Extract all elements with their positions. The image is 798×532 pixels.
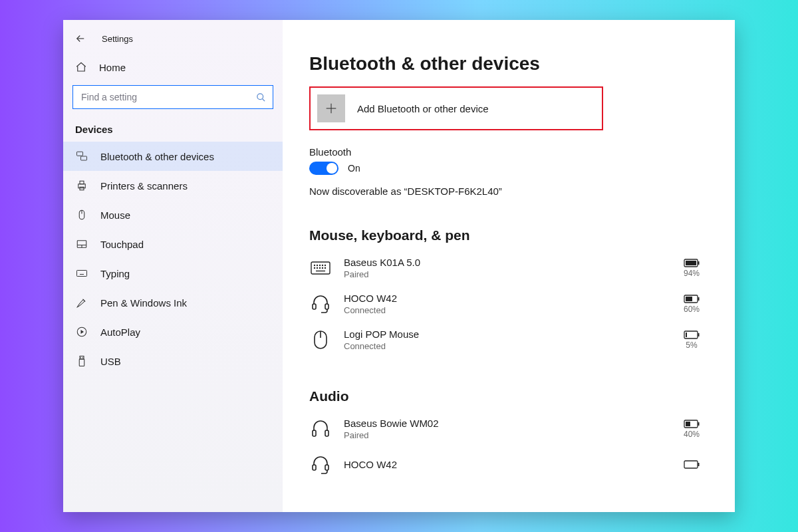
add-device-label: Add Bluetooth or other device	[357, 103, 489, 114]
battery-percent: 60%	[684, 305, 700, 314]
home-icon	[75, 61, 87, 73]
svg-rect-53	[698, 422, 700, 426]
nav-bluetooth[interactable]: Bluetooth & other devices	[63, 142, 283, 171]
device-info: Baseus Bowie WM02 Paired	[344, 418, 663, 440]
nav-printers[interactable]: Printers & scanners	[63, 171, 283, 200]
device-info: Logi POP Mouse Connected	[344, 329, 663, 351]
discoverable-text: Now discoverable as “DESKTOP-F6K2L40”	[309, 186, 708, 197]
mouse-device-icon	[309, 329, 332, 351]
search-container	[72, 85, 273, 109]
battery-icon	[684, 460, 700, 469]
svg-point-34	[323, 268, 323, 269]
svg-point-32	[317, 268, 318, 269]
svg-point-31	[315, 268, 315, 269]
toggle-knob	[327, 163, 337, 174]
nav-label: Touchpad	[100, 239, 144, 250]
printer-icon	[75, 179, 88, 192]
svg-marker-18	[81, 330, 84, 334]
device-info: HOCO W42 Connected	[344, 293, 663, 315]
svg-rect-56	[325, 465, 329, 470]
window-title: Settings	[102, 34, 133, 44]
nav-label: Typing	[100, 268, 130, 279]
bluetooth-toggle-row: On	[309, 162, 708, 175]
battery-indicator: 60%	[675, 295, 708, 314]
add-device-button[interactable]: Add Bluetooth or other device	[309, 86, 603, 130]
headset-device-icon	[309, 293, 332, 315]
nav-mouse[interactable]: Mouse	[63, 200, 283, 229]
device-status: Paired	[344, 430, 663, 440]
back-button[interactable]	[72, 31, 88, 47]
device-row[interactable]: HOCO W42	[309, 447, 708, 483]
pen-icon	[75, 296, 88, 309]
usb-icon	[75, 354, 88, 368]
device-row[interactable]: Baseus Bowie WM02 Paired 40%	[309, 411, 708, 447]
svg-rect-11	[77, 271, 87, 277]
device-name: Baseus K01A 5.0	[344, 257, 663, 268]
device-name: HOCO W42	[344, 293, 663, 304]
battery-icon	[684, 420, 700, 428]
device-row[interactable]: Logi POP Mouse Connected 5%	[309, 322, 708, 358]
sidebar: Settings Home Devices Bluetooth & ot	[63, 20, 283, 512]
device-row[interactable]: HOCO W42 Connected 60%	[309, 286, 708, 322]
device-name: Baseus Bowie WM02	[344, 418, 663, 429]
svg-point-30	[325, 265, 326, 266]
bluetooth-toggle[interactable]	[309, 162, 338, 175]
settings-content: Bluetooth & other devices Add Bluetooth …	[283, 20, 735, 512]
battery-icon	[684, 331, 700, 339]
svg-rect-54	[686, 422, 690, 426]
svg-rect-5	[80, 187, 84, 190]
search-input[interactable]	[80, 91, 256, 103]
device-name: Logi POP Mouse	[344, 329, 663, 340]
svg-rect-58	[698, 463, 700, 466]
svg-rect-48	[698, 333, 700, 336]
svg-rect-51	[325, 430, 329, 436]
svg-point-0	[257, 93, 263, 99]
battery-indicator: 94%	[675, 259, 708, 278]
svg-point-29	[323, 265, 323, 266]
battery-percent: 94%	[684, 269, 700, 278]
mouse-icon	[75, 208, 88, 221]
svg-rect-50	[313, 430, 316, 436]
nav-label: Printers & scanners	[100, 180, 188, 192]
nav-label: USB	[100, 356, 121, 367]
svg-point-27	[317, 265, 318, 266]
bluetooth-devices-icon	[75, 150, 88, 163]
headset-device-icon	[309, 454, 332, 476]
svg-point-35	[325, 268, 326, 269]
svg-rect-3	[78, 184, 86, 188]
autoplay-icon	[75, 325, 88, 338]
svg-rect-44	[686, 297, 692, 301]
device-row[interactable]: Baseus K01A 5.0 Paired 94%	[309, 250, 708, 286]
battery-indicator: 5%	[675, 331, 708, 350]
svg-rect-57	[684, 461, 698, 468]
nav-pen[interactable]: Pen & Windows Ink	[63, 288, 283, 317]
plus-icon	[324, 101, 338, 116]
sidebar-nav: Bluetooth & other devices Printers & sca…	[63, 142, 283, 376]
nav-typing[interactable]: Typing	[63, 259, 283, 288]
nav-touchpad[interactable]: Touchpad	[63, 229, 283, 259]
svg-rect-2	[81, 156, 87, 160]
nav-home[interactable]: Home	[63, 53, 283, 82]
device-status: Connected	[344, 341, 663, 351]
search-input-box[interactable]	[72, 85, 273, 109]
bluetooth-state: On	[348, 163, 360, 174]
svg-rect-39	[686, 261, 696, 265]
svg-rect-19	[80, 356, 84, 360]
sidebar-category: Devices	[63, 120, 283, 142]
svg-rect-41	[325, 304, 329, 309]
nav-usb[interactable]: USB	[63, 346, 283, 376]
nav-label: Bluetooth & other devices	[100, 151, 214, 162]
keyboard-device-icon	[309, 257, 332, 279]
arrow-left-icon	[74, 33, 86, 45]
svg-rect-40	[313, 304, 316, 309]
nav-label: AutoPlay	[100, 327, 140, 338]
device-info: HOCO W42	[344, 459, 663, 471]
nav-autoplay[interactable]: AutoPlay	[63, 317, 283, 346]
svg-rect-1	[77, 152, 83, 156]
svg-rect-49	[686, 332, 687, 337]
svg-point-33	[320, 268, 321, 269]
battery-indicator	[675, 460, 708, 470]
svg-rect-55	[313, 465, 316, 470]
touchpad-icon	[75, 237, 88, 251]
battery-indicator: 40%	[675, 420, 708, 439]
